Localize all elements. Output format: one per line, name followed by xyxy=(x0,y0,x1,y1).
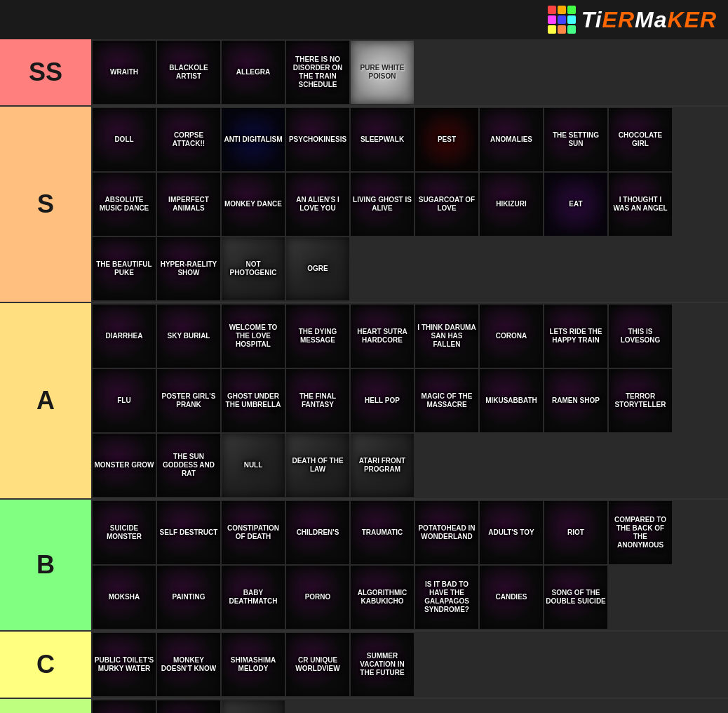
list-item[interactable]: IS IT BAD TO HAVE THE GALAPAGOS SYNDROME… xyxy=(415,566,478,629)
list-item[interactable]: POSTER GIRL'S PRANK xyxy=(157,369,220,432)
card-title: CONSTIPATION OF DEATH xyxy=(222,523,285,542)
list-item[interactable]: ADULT'S TOY xyxy=(480,501,543,564)
logo-dot xyxy=(548,15,556,24)
card-title: CORONA xyxy=(494,331,528,342)
list-item[interactable]: ABSOLUTE MUSIC DANCE xyxy=(93,173,156,236)
list-item[interactable]: BABY DEATHMATCH xyxy=(222,566,285,629)
card-title: THE BEAUTIFUL PUKE xyxy=(93,259,156,279)
card-title: WELCOME TO THE LOVE HOSPITAL xyxy=(222,322,285,350)
list-item[interactable]: MONSTER GROW xyxy=(93,434,156,497)
card-title: ABSOLUTE MUSIC DANCE xyxy=(93,194,156,214)
list-item[interactable]: MAGIC OF THE MASSACRE xyxy=(415,369,478,432)
list-item[interactable]: I THINK DARUMA SAN HAS FALLEN xyxy=(415,305,478,368)
list-item[interactable]: IMPERFECT ANIMALS xyxy=(157,173,220,236)
list-item[interactable]: ATARI FRONT PROGRAM xyxy=(351,434,414,497)
list-item[interactable]: PURE WHITE POISON xyxy=(351,41,414,104)
card-title: HIKIZURI xyxy=(494,199,527,210)
list-item[interactable]: THE SUN GODDESS AND RAT xyxy=(157,434,220,497)
card-title: BLACKOLE ARTIST xyxy=(157,62,220,82)
tier-row-a: ADIARRHEASKY BURIALWELCOME TO THE LOVE H… xyxy=(0,303,728,500)
list-item[interactable]: SUGARCOAT OF LOVE xyxy=(415,173,478,236)
card-title: SLEEPWALK xyxy=(359,134,405,145)
list-item[interactable]: CR UNIQUE WORLDVIEW xyxy=(286,633,349,696)
list-item[interactable]: EAT xyxy=(544,173,607,236)
list-item[interactable]: RAMEN SHOP xyxy=(544,369,607,432)
list-item[interactable]: FLU xyxy=(93,369,156,432)
list-item[interactable]: THE FINAL FANTASY xyxy=(286,369,349,432)
list-item[interactable]: AN ALIEN'S I LOVE YOU xyxy=(286,173,349,236)
list-item[interactable]: HEART SUTRA HARDCORE xyxy=(351,305,414,368)
list-item[interactable]: PUBLIC TOILET'S MURKY WATER xyxy=(93,633,156,696)
list-item[interactable]: CORPSE ATTACK!! xyxy=(157,108,220,171)
list-item[interactable]: PAINTING xyxy=(157,566,220,629)
list-item[interactable]: DIARRHEA xyxy=(93,305,156,368)
list-item[interactable]: THE BEAUTIFUL PUKE xyxy=(93,237,156,300)
list-item[interactable]: I WANT TO BECOME A STUFFED ANIMAL xyxy=(157,700,220,713)
list-item[interactable]: WELCOME TO THE LOVE HOSPITAL xyxy=(222,305,285,368)
logo-dot xyxy=(567,6,576,14)
list-item[interactable]: PSYCHOKINESIS xyxy=(286,108,349,171)
list-item[interactable]: CHOCOLATE GIRL xyxy=(609,108,672,171)
list-item[interactable]: TERROR STORYTELLER xyxy=(609,369,672,432)
list-item[interactable]: SONG OF THE DOUBLE SUICIDE xyxy=(544,566,607,629)
list-item[interactable]: CORONA xyxy=(480,305,543,368)
list-item[interactable]: CANDIES xyxy=(480,566,543,629)
card-title: WRAITH xyxy=(109,67,140,78)
list-item[interactable]: PORNO xyxy=(286,566,349,629)
list-item[interactable]: ALGORITHMIC KABUKICHO xyxy=(351,566,414,629)
list-item[interactable]: PEST xyxy=(415,108,478,171)
card-title: THE SETTING SUN xyxy=(544,130,607,149)
list-item[interactable]: THERE IS NO DISORDER ON THE TRAIN SCHEDU… xyxy=(286,41,349,104)
list-item[interactable]: HYPER-RAELITY SHOW xyxy=(157,237,220,300)
list-item[interactable]: LIVING GHOST IS ALIVE xyxy=(351,173,414,236)
tier-content-ss: WRAITHBLACKOLE ARTISTALLEGRATHERE IS NO … xyxy=(91,39,728,105)
list-item[interactable]: HIKIZURI xyxy=(480,173,543,236)
list-item[interactable]: SLEEPWALK xyxy=(351,108,414,171)
list-item[interactable]: MONKEY DOESN'T KNOW xyxy=(157,633,220,696)
list-item[interactable]: POTATOHEAD IN WONDERLAND xyxy=(415,501,478,564)
list-item[interactable]: CHILDREN'S xyxy=(286,501,349,564)
list-item[interactable]: COMPARED TO THE BACK OF THE ANONYMOUS xyxy=(609,501,672,564)
card-title: IMPERFECT ANIMALS xyxy=(157,194,220,214)
list-item[interactable]: MONKEY DANCE xyxy=(222,173,285,236)
list-item[interactable]: LETS RIDE THE HAPPY TRAIN xyxy=(544,305,607,368)
list-item[interactable]: ANOMALIES xyxy=(480,108,543,171)
card-title: ANOMALIES xyxy=(489,134,534,145)
card-title: HELL POP xyxy=(363,395,401,406)
list-item[interactable]: SUMMER VACATION IN THE FUTURE xyxy=(351,633,414,696)
list-item[interactable]: WRAITH xyxy=(93,41,156,104)
list-item[interactable]: I THOUGHT I WAS AN ANGEL xyxy=(609,173,672,236)
list-item[interactable]: SKY BURIAL xyxy=(157,305,220,368)
card-title: SHIMASHIMA MELODY xyxy=(222,655,285,674)
list-item[interactable]: GHOST UNDER THE UMBRELLA xyxy=(222,369,285,432)
list-item[interactable]: HELL POP xyxy=(351,369,414,432)
card-title: DOLL xyxy=(113,134,135,145)
list-item[interactable]: RIOT xyxy=(544,501,607,564)
list-item[interactable]: TRAUMATIC xyxy=(351,501,414,564)
list-item[interactable]: SUICIDE MONSTER xyxy=(93,501,156,564)
card-title: SUICIDE MONSTER xyxy=(93,523,156,542)
list-item[interactable]: THE SETTING SUN xyxy=(544,108,607,171)
list-item[interactable]: BLACK SHOWTIME xyxy=(93,700,156,713)
list-item[interactable]: CONSTIPATION OF DEATH xyxy=(222,501,285,564)
list-item[interactable]: THE DYING MESSAGE xyxy=(286,305,349,368)
logo-dot xyxy=(567,15,576,24)
list-item[interactable]: DEATH OF THE LAW xyxy=(286,434,349,497)
card-title: PAINTING xyxy=(170,592,206,603)
list-item[interactable]: SHIMASHIMA MELODY xyxy=(222,633,285,696)
card-title: SELF DESTRUCT xyxy=(159,527,220,538)
header: TiERMaKER xyxy=(0,0,728,39)
card-title: OGRE xyxy=(306,263,329,274)
list-item[interactable]: OGRE xyxy=(286,237,349,300)
list-item[interactable]: FUCKING SANTACLAUS! xyxy=(222,700,285,713)
list-item[interactable]: ANTI DIGITALISM xyxy=(222,108,285,171)
list-item[interactable]: MOKSHA xyxy=(93,566,156,629)
list-item[interactable]: ALLEGRA xyxy=(222,41,285,104)
list-item[interactable]: NOT PHOTOGENIC xyxy=(222,237,285,300)
list-item[interactable]: SELF DESTRUCT xyxy=(157,501,220,564)
list-item[interactable]: NULL xyxy=(222,434,285,497)
list-item[interactable]: MIKUSABBATH xyxy=(480,369,543,432)
list-item[interactable]: DOLL xyxy=(93,108,156,171)
list-item[interactable]: THIS IS LOVESONG xyxy=(609,305,672,368)
list-item[interactable]: BLACKOLE ARTIST xyxy=(157,41,220,104)
